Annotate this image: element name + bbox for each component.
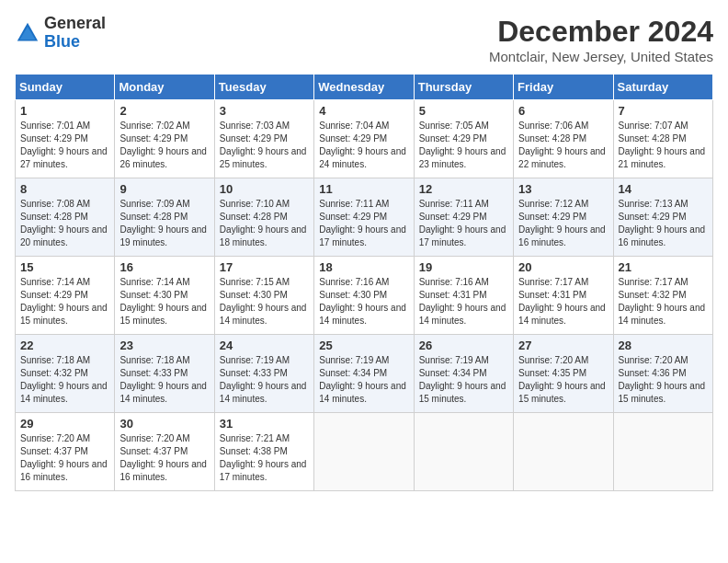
calendar-cell: 15Sunrise: 7:14 AMSunset: 4:29 PMDayligh… xyxy=(16,257,115,335)
day-header-thursday: Thursday xyxy=(414,75,513,100)
days-header-row: SundayMondayTuesdayWednesdayThursdayFrid… xyxy=(16,75,713,100)
calendar-cell: 4Sunrise: 7:04 AMSunset: 4:29 PMDaylight… xyxy=(314,100,414,178)
calendar-cell: 20Sunrise: 7:17 AMSunset: 4:31 PMDayligh… xyxy=(514,257,613,335)
calendar-cell: 23Sunrise: 7:18 AMSunset: 4:33 PMDayligh… xyxy=(115,335,214,413)
day-info: Sunrise: 7:10 AMSunset: 4:28 PMDaylight:… xyxy=(220,198,309,249)
day-info: Sunrise: 7:06 AMSunset: 4:28 PMDaylight:… xyxy=(518,120,608,171)
calendar-cell xyxy=(314,413,414,491)
day-info: Sunrise: 7:19 AMSunset: 4:34 PMDaylight:… xyxy=(319,354,408,406)
calendar-cell: 10Sunrise: 7:10 AMSunset: 4:28 PMDayligh… xyxy=(214,178,313,257)
day-number: 28 xyxy=(619,339,708,352)
day-number: 9 xyxy=(119,182,209,196)
day-info: Sunrise: 7:15 AMSunset: 4:30 PMDaylight:… xyxy=(220,276,309,327)
day-number: 26 xyxy=(419,339,508,352)
week-row-3: 15Sunrise: 7:14 AMSunset: 4:29 PMDayligh… xyxy=(16,257,713,335)
calendar-cell: 9Sunrise: 7:09 AMSunset: 4:28 PMDaylight… xyxy=(115,178,214,257)
header: General Blue December 2024 Montclair, Ne… xyxy=(15,15,713,64)
calendar-cell: 3Sunrise: 7:03 AMSunset: 4:29 PMDaylight… xyxy=(214,100,313,178)
day-number: 23 xyxy=(119,339,209,352)
day-header-sunday: Sunday xyxy=(16,75,115,100)
calendar-cell: 5Sunrise: 7:05 AMSunset: 4:29 PMDaylight… xyxy=(414,100,513,178)
day-number: 31 xyxy=(220,417,309,431)
day-number: 15 xyxy=(20,260,109,274)
day-info: Sunrise: 7:05 AMSunset: 4:29 PMDaylight:… xyxy=(419,120,508,171)
day-number: 11 xyxy=(319,182,408,196)
day-info: Sunrise: 7:17 AMSunset: 4:31 PMDaylight:… xyxy=(518,276,608,327)
day-info: Sunrise: 7:13 AMSunset: 4:29 PMDaylight:… xyxy=(619,198,708,249)
week-row-2: 8Sunrise: 7:08 AMSunset: 4:28 PMDaylight… xyxy=(16,178,713,257)
calendar-cell: 31Sunrise: 7:21 AMSunset: 4:38 PMDayligh… xyxy=(214,413,313,491)
day-info: Sunrise: 7:20 AMSunset: 4:35 PMDaylight:… xyxy=(518,354,608,406)
calendar-cell xyxy=(514,413,613,491)
day-number: 7 xyxy=(619,104,708,118)
calendar-cell: 26Sunrise: 7:19 AMSunset: 4:34 PMDayligh… xyxy=(414,335,513,413)
day-info: Sunrise: 7:16 AMSunset: 4:31 PMDaylight:… xyxy=(419,276,508,327)
day-info: Sunrise: 7:21 AMSunset: 4:38 PMDaylight:… xyxy=(220,432,309,484)
calendar-cell: 19Sunrise: 7:16 AMSunset: 4:31 PMDayligh… xyxy=(414,257,513,335)
day-number: 17 xyxy=(220,260,309,274)
week-row-4: 22Sunrise: 7:18 AMSunset: 4:32 PMDayligh… xyxy=(16,335,713,413)
logo-general-text: General xyxy=(44,15,106,33)
day-number: 2 xyxy=(119,104,209,118)
day-header-wednesday: Wednesday xyxy=(314,75,414,100)
day-number: 25 xyxy=(319,339,408,352)
day-header-monday: Monday xyxy=(115,75,214,100)
calendar-cell: 22Sunrise: 7:18 AMSunset: 4:32 PMDayligh… xyxy=(16,335,115,413)
day-info: Sunrise: 7:17 AMSunset: 4:32 PMDaylight:… xyxy=(619,276,708,327)
calendar-cell: 13Sunrise: 7:12 AMSunset: 4:29 PMDayligh… xyxy=(514,178,613,257)
calendar-cell: 28Sunrise: 7:20 AMSunset: 4:36 PMDayligh… xyxy=(613,335,712,413)
day-number: 8 xyxy=(20,182,109,196)
day-header-tuesday: Tuesday xyxy=(214,75,313,100)
day-info: Sunrise: 7:20 AMSunset: 4:37 PMDaylight:… xyxy=(20,432,109,484)
calendar-cell: 8Sunrise: 7:08 AMSunset: 4:28 PMDaylight… xyxy=(16,178,115,257)
day-info: Sunrise: 7:18 AMSunset: 4:33 PMDaylight:… xyxy=(119,354,209,406)
calendar-cell: 30Sunrise: 7:20 AMSunset: 4:37 PMDayligh… xyxy=(115,413,214,491)
day-info: Sunrise: 7:09 AMSunset: 4:28 PMDaylight:… xyxy=(119,198,209,249)
day-number: 30 xyxy=(119,417,209,431)
day-number: 24 xyxy=(220,339,309,352)
calendar-cell: 27Sunrise: 7:20 AMSunset: 4:35 PMDayligh… xyxy=(514,335,613,413)
calendar-cell: 25Sunrise: 7:19 AMSunset: 4:34 PMDayligh… xyxy=(314,335,414,413)
day-info: Sunrise: 7:12 AMSunset: 4:29 PMDaylight:… xyxy=(518,198,608,249)
calendar-cell: 6Sunrise: 7:06 AMSunset: 4:28 PMDaylight… xyxy=(514,100,613,178)
week-row-5: 29Sunrise: 7:20 AMSunset: 4:37 PMDayligh… xyxy=(16,413,713,491)
day-number: 13 xyxy=(518,182,608,196)
day-info: Sunrise: 7:19 AMSunset: 4:34 PMDaylight:… xyxy=(419,354,508,406)
day-info: Sunrise: 7:14 AMSunset: 4:30 PMDaylight:… xyxy=(119,276,209,327)
day-info: Sunrise: 7:11 AMSunset: 4:29 PMDaylight:… xyxy=(419,198,508,249)
calendar-cell xyxy=(414,413,513,491)
day-info: Sunrise: 7:20 AMSunset: 4:36 PMDaylight:… xyxy=(619,354,708,406)
calendar-cell xyxy=(613,413,712,491)
day-number: 4 xyxy=(319,104,408,118)
calendar-cell: 21Sunrise: 7:17 AMSunset: 4:32 PMDayligh… xyxy=(613,257,712,335)
day-number: 3 xyxy=(220,104,309,118)
main-title: December 2024 xyxy=(489,15,713,49)
day-header-saturday: Saturday xyxy=(613,75,712,100)
day-info: Sunrise: 7:02 AMSunset: 4:29 PMDaylight:… xyxy=(119,120,209,171)
day-number: 18 xyxy=(319,260,408,274)
day-info: Sunrise: 7:04 AMSunset: 4:29 PMDaylight:… xyxy=(319,120,408,171)
calendar-cell: 18Sunrise: 7:16 AMSunset: 4:30 PMDayligh… xyxy=(314,257,414,335)
day-info: Sunrise: 7:11 AMSunset: 4:29 PMDaylight:… xyxy=(319,198,408,249)
calendar-cell: 24Sunrise: 7:19 AMSunset: 4:33 PMDayligh… xyxy=(214,335,313,413)
day-number: 16 xyxy=(119,260,209,274)
calendar-cell: 29Sunrise: 7:20 AMSunset: 4:37 PMDayligh… xyxy=(16,413,115,491)
calendar-cell: 14Sunrise: 7:13 AMSunset: 4:29 PMDayligh… xyxy=(613,178,712,257)
day-info: Sunrise: 7:08 AMSunset: 4:28 PMDaylight:… xyxy=(20,198,109,249)
day-info: Sunrise: 7:19 AMSunset: 4:33 PMDaylight:… xyxy=(220,354,309,406)
day-info: Sunrise: 7:03 AMSunset: 4:29 PMDaylight:… xyxy=(220,120,309,171)
day-number: 14 xyxy=(619,182,708,196)
day-info: Sunrise: 7:14 AMSunset: 4:29 PMDaylight:… xyxy=(20,276,109,327)
title-area: December 2024 Montclair, New Jersey, Uni… xyxy=(489,15,713,64)
calendar-cell: 17Sunrise: 7:15 AMSunset: 4:30 PMDayligh… xyxy=(214,257,313,335)
day-info: Sunrise: 7:07 AMSunset: 4:28 PMDaylight:… xyxy=(619,120,708,171)
calendar-header: SundayMondayTuesdayWednesdayThursdayFrid… xyxy=(16,75,713,100)
calendar-body: 1Sunrise: 7:01 AMSunset: 4:29 PMDaylight… xyxy=(16,100,713,491)
logo-icon xyxy=(15,20,40,46)
calendar-cell: 16Sunrise: 7:14 AMSunset: 4:30 PMDayligh… xyxy=(115,257,214,335)
day-number: 29 xyxy=(20,417,109,431)
day-number: 21 xyxy=(619,260,708,274)
day-number: 22 xyxy=(20,339,109,352)
calendar: SundayMondayTuesdayWednesdayThursdayFrid… xyxy=(15,74,713,491)
day-header-friday: Friday xyxy=(514,75,613,100)
